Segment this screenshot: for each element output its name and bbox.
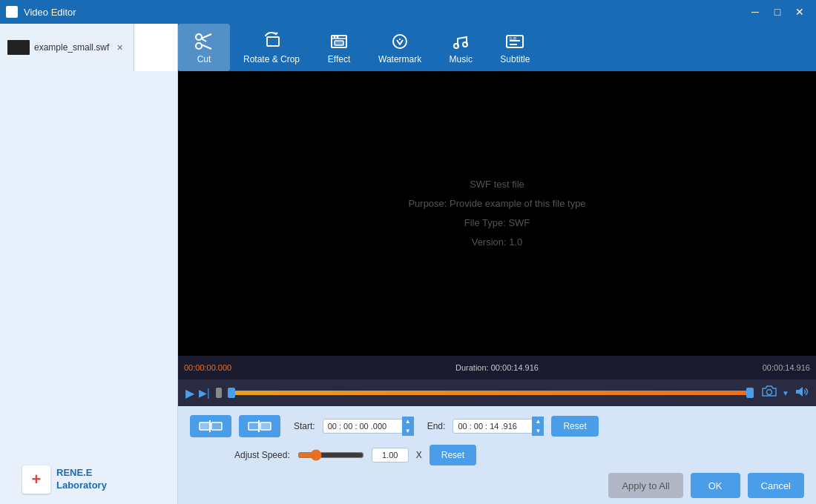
toolbar-btn-music[interactable]: Music <box>435 24 487 71</box>
toolbar-btn-watermark-label: Watermark <box>378 54 421 64</box>
svg-point-9 <box>337 36 339 38</box>
app-icon <box>6 6 18 18</box>
playback-separator <box>216 388 222 398</box>
trim-right-button[interactable] <box>239 415 280 437</box>
toolbar-btn-rotate[interactable]: Rotate & Crop <box>230 24 313 71</box>
timeline-end: 00:00:14.916 <box>763 363 810 372</box>
cut-icon <box>194 31 214 52</box>
apply-all-button[interactable]: Apply to All <box>608 473 682 498</box>
reset-time-button[interactable]: Reset <box>551 416 598 437</box>
end-time-down[interactable]: ▼ <box>532 426 544 436</box>
controls-row3: Apply to All OK Cancel <box>190 473 804 498</box>
svg-rect-23 <box>249 422 259 430</box>
timeline-start: 00:00:00.000 <box>184 363 231 372</box>
svg-text:SUB: SUB <box>509 36 517 41</box>
end-time-up[interactable]: ▲ <box>532 417 544 426</box>
main-area: SWF test file Purpose: Provide example o… <box>0 71 816 504</box>
speed-x-label: X <box>416 450 422 460</box>
effect-icon <box>329 31 349 52</box>
toolbar: Cut Rotate & Crop <box>178 24 816 71</box>
top-bar: example_small.swf × Cut <box>0 24 816 71</box>
maximize-button[interactable]: □ <box>767 4 788 20</box>
video-section: SWF test file Purpose: Provide example o… <box>178 71 816 504</box>
sidebar <box>0 71 178 504</box>
svg-rect-24 <box>260 422 271 430</box>
track-handle-left[interactable] <box>228 388 235 398</box>
toolbar-btn-subtitle-label: Subtitle <box>500 54 530 64</box>
svg-line-2 <box>201 34 211 39</box>
end-time-spinners: ▲ ▼ <box>532 417 544 436</box>
svg-point-8 <box>334 36 336 38</box>
start-time-input[interactable] <box>323 419 404 434</box>
video-line1: SWF test file <box>408 175 585 194</box>
start-time-down[interactable]: ▼ <box>402 426 414 436</box>
track-handle-right[interactable] <box>746 388 754 398</box>
video-content: SWF test file Purpose: Provide example o… <box>408 175 585 252</box>
close-button[interactable]: ✕ <box>789 4 810 20</box>
title-text: Video Editor <box>24 7 76 18</box>
volume-button[interactable] <box>794 384 809 402</box>
track-fill <box>228 391 754 395</box>
svg-point-13 <box>454 44 458 48</box>
logo-icon: + <box>22 465 50 494</box>
title-bar-left: Video Editor <box>6 6 76 18</box>
svg-point-11 <box>393 35 407 48</box>
file-tab-thumbnail <box>7 40 30 55</box>
svg-point-14 <box>463 42 467 47</box>
trim-left-button[interactable] <box>190 415 231 437</box>
music-icon <box>450 31 471 52</box>
title-bar-controls: ─ □ ✕ <box>745 4 810 20</box>
video-line2: Purpose: Provide example of this file ty… <box>408 194 585 213</box>
svg-rect-21 <box>211 422 222 430</box>
timeline-duration: Duration: 00:00:14.916 <box>455 363 539 372</box>
cancel-button[interactable]: Cancel <box>748 473 804 498</box>
toolbar-btn-effect-label: Effect <box>328 54 350 64</box>
watermark-icon <box>389 31 410 52</box>
controls-row1: Start: ▲ ▼ End: ▲ ▼ Reset <box>190 415 804 437</box>
minimize-button[interactable]: ─ <box>745 4 766 20</box>
speed-value-input[interactable] <box>372 448 409 462</box>
toolbar-btn-cut-label: Cut <box>197 54 211 64</box>
toolbar-btn-music-label: Music <box>450 54 473 64</box>
step-forward-button[interactable]: ▶| <box>199 387 210 399</box>
start-time-field-group: ▲ ▼ <box>323 417 414 436</box>
controls-area: Start: ▲ ▼ End: ▲ ▼ Reset <box>178 406 816 504</box>
toolbar-btn-subtitle[interactable]: SUB Subtitle <box>487 24 543 71</box>
logo-name-line1: RENE.E <box>56 467 107 480</box>
end-label: End: <box>427 421 446 431</box>
svg-rect-10 <box>335 41 343 45</box>
svg-line-4 <box>201 39 206 42</box>
svg-rect-20 <box>200 422 210 430</box>
timeline-bar: 00:00:00.000 Duration: 00:00:14.916 00:0… <box>178 356 816 379</box>
start-time-up[interactable]: ▲ <box>402 417 414 426</box>
end-time-field-group: ▲ ▼ <box>453 417 544 436</box>
controls-row2: Adjust Speed: X Reset <box>190 445 804 465</box>
svg-point-0 <box>196 43 202 49</box>
timeline-track[interactable] <box>228 391 754 395</box>
play-button[interactable]: ▶ <box>185 386 194 400</box>
logo-text: RENE.E Laboratory <box>56 467 107 492</box>
file-tab-area: example_small.swf × <box>0 24 178 71</box>
start-time-spinners: ▲ ▼ <box>402 417 414 436</box>
reset-speed-button[interactable]: Reset <box>430 445 476 465</box>
start-label: Start: <box>294 421 315 431</box>
toolbar-btn-cut[interactable]: Cut <box>178 24 230 71</box>
speed-label: Adjust Speed: <box>234 450 290 460</box>
video-line3: File Type: SWF <box>408 213 585 233</box>
video-line4: Version: 1.0 <box>408 233 585 252</box>
toolbar-btn-effect[interactable]: Effect <box>313 24 365 71</box>
toolbar-btn-watermark[interactable]: Watermark <box>365 24 435 71</box>
speed-slider[interactable] <box>297 449 364 461</box>
toolbar-btn-rotate-label: Rotate & Crop <box>243 54 300 64</box>
logo-area: + RENE.E Laboratory <box>22 465 107 494</box>
file-tab-close-button[interactable]: × <box>113 40 125 55</box>
svg-rect-5 <box>267 37 279 46</box>
file-tab[interactable]: example_small.swf × <box>0 24 134 71</box>
end-time-input[interactable] <box>453 419 534 434</box>
screenshot-button[interactable] <box>761 383 777 403</box>
ok-button[interactable]: OK <box>691 473 740 498</box>
subtitle-icon: SUB <box>504 31 525 52</box>
camera-dropdown-arrow[interactable]: ▼ <box>782 389 789 397</box>
rotate-icon <box>261 31 282 52</box>
playback-bar: ▶ ▶| ▼ <box>178 379 816 406</box>
